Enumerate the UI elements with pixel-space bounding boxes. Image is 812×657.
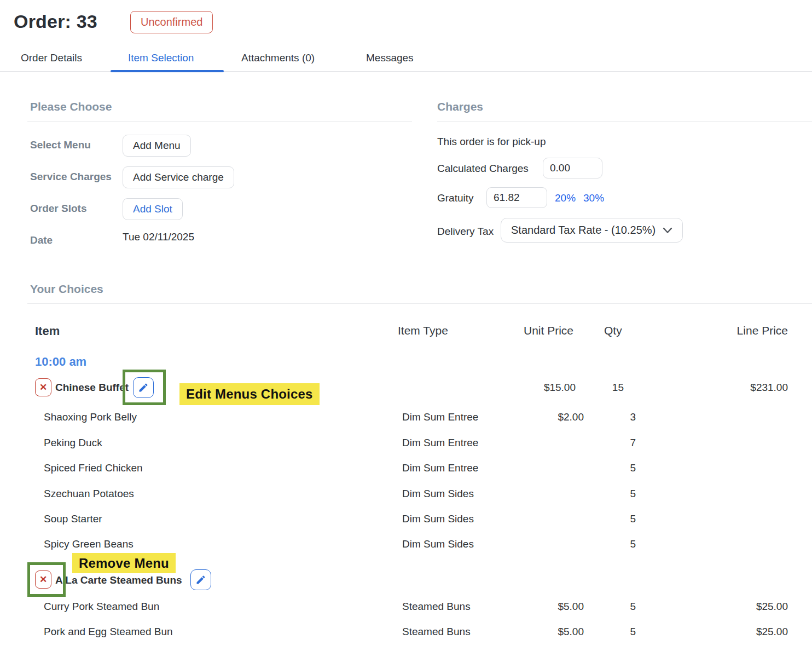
delivery-tax-select[interactable]: Standard Tax Rate - (10.25%) bbox=[501, 218, 683, 243]
col-header-line-price: Line Price bbox=[717, 324, 788, 337]
item-name: Szechuan Potatoes bbox=[44, 488, 134, 500]
item-type: Dim Sum Entree bbox=[402, 437, 478, 449]
tab-messages[interactable]: Messages bbox=[366, 52, 414, 64]
item-name: Spiced Fried Chicken bbox=[44, 462, 143, 474]
item-qty: 5 bbox=[602, 488, 636, 500]
order-page: Order: 33 Unconfirmed Order Details Item… bbox=[0, 0, 812, 657]
select-menu-label: Select Menu bbox=[30, 139, 91, 151]
calculated-charges-label: Calculated Charges bbox=[437, 163, 529, 175]
x-icon: ✕ bbox=[39, 575, 47, 584]
item-unit-price: $5.00 bbox=[514, 626, 584, 638]
edit-menu-button[interactable] bbox=[190, 569, 211, 590]
item-qty: 5 bbox=[602, 626, 636, 638]
delivery-tax-value: Standard Tax Rate - (10.25%) bbox=[511, 224, 656, 237]
your-choices-heading: Your Choices bbox=[30, 283, 103, 296]
menu-unit-price: $15.00 bbox=[506, 382, 576, 394]
add-menu-button[interactable]: Add Menu bbox=[123, 135, 191, 157]
menu-qty: 15 bbox=[590, 382, 624, 394]
tab-order-details[interactable]: Order Details bbox=[21, 52, 82, 64]
x-icon: ✕ bbox=[39, 383, 47, 392]
active-tab-indicator bbox=[111, 70, 224, 72]
annotation-box-edit bbox=[123, 370, 166, 405]
your-choices-divider bbox=[27, 303, 812, 304]
item-unit-price: $5.00 bbox=[514, 601, 584, 613]
service-charges-label: Service Charges bbox=[30, 171, 112, 183]
tab-item-selection[interactable]: Item Selection bbox=[128, 52, 194, 64]
item-name: Soup Starter bbox=[44, 513, 102, 525]
item-name: Shaoxing Pork Belly bbox=[44, 411, 137, 423]
item-type: Dim Sum Sides bbox=[402, 538, 474, 550]
item-qty: 5 bbox=[602, 601, 636, 613]
item-type: Steamed Buns bbox=[402, 601, 471, 613]
remove-menu-button[interactable]: ✕ bbox=[35, 378, 51, 396]
calculated-charges-input[interactable] bbox=[543, 158, 602, 178]
col-header-item: Item bbox=[35, 324, 60, 338]
item-type: Dim Sum Entree bbox=[402, 411, 478, 423]
item-name: Spicy Green Beans bbox=[44, 538, 134, 550]
status-badge: Unconfirmed bbox=[130, 11, 213, 33]
item-name: Curry Pork Steamed Bun bbox=[44, 601, 159, 613]
page-title: Order: 33 bbox=[14, 11, 97, 32]
add-service-charge-button[interactable]: Add Service charge bbox=[123, 166, 234, 188]
add-slot-button[interactable]: Add Slot bbox=[123, 198, 183, 220]
col-header-qty: Qty bbox=[604, 324, 622, 337]
item-qty: 7 bbox=[602, 437, 636, 449]
item-unit-price: $2.00 bbox=[514, 411, 584, 423]
charges-heading: Charges bbox=[437, 100, 483, 113]
item-type: Dim Sum Entree bbox=[402, 462, 478, 474]
item-type: Dim Sum Sides bbox=[402, 488, 474, 500]
please-choose-heading: Please Choose bbox=[30, 100, 112, 113]
chevron-down-icon bbox=[663, 227, 672, 234]
date-value: Tue 02/11/2025 bbox=[123, 231, 194, 243]
item-qty: 3 bbox=[602, 411, 636, 423]
item-name: Pork and Egg Steamed Bun bbox=[44, 626, 173, 638]
item-type: Steamed Buns bbox=[402, 626, 471, 638]
item-type: Dim Sum Sides bbox=[402, 513, 474, 525]
item-qty: 5 bbox=[602, 538, 636, 550]
item-line-price: $25.00 bbox=[711, 626, 788, 638]
tab-attachments[interactable]: Attachments (0) bbox=[241, 52, 315, 64]
charges-divider bbox=[437, 121, 812, 122]
annotation-remove-menu: Remove Menu bbox=[72, 553, 176, 573]
col-header-item-type: Item Type bbox=[398, 324, 448, 337]
remove-menu-button[interactable]: ✕ bbox=[35, 570, 51, 589]
menu-name: A La Carte Steamed Buns bbox=[55, 574, 182, 586]
order-slots-label: Order Slots bbox=[30, 203, 86, 215]
item-qty: 5 bbox=[602, 462, 636, 474]
menu-name: Chinese Buffet bbox=[55, 382, 129, 394]
item-qty: 5 bbox=[602, 513, 636, 525]
gratuity-label: Gratuity bbox=[437, 192, 474, 204]
item-name: Peking Duck bbox=[44, 437, 102, 449]
gratuity-30-link[interactable]: 30% bbox=[583, 192, 604, 204]
item-line-price: $25.00 bbox=[711, 601, 788, 613]
pickup-note: This order is for pick-up bbox=[437, 136, 546, 148]
annotation-edit-menus: Edit Menus Choices bbox=[179, 383, 320, 405]
pencil-icon bbox=[195, 574, 206, 585]
please-choose-divider bbox=[27, 121, 412, 122]
gratuity-20-link[interactable]: 20% bbox=[555, 192, 576, 204]
col-header-unit-price: Unit Price bbox=[503, 324, 573, 337]
menu-line-price: $231.00 bbox=[711, 382, 788, 394]
date-label: Date bbox=[30, 234, 53, 246]
slot-time: 10:00 am bbox=[35, 355, 86, 369]
gratuity-input[interactable] bbox=[486, 187, 547, 208]
delivery-tax-label: Delivery Tax bbox=[437, 226, 494, 238]
